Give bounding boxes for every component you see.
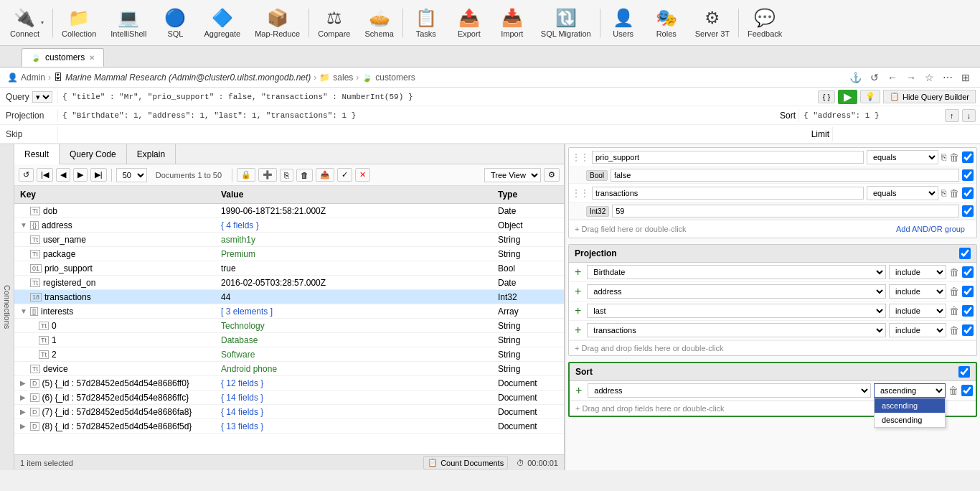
toolbar-tasks[interactable]: 📋 Tasks [405, 1, 448, 45]
qb-proj-check-birthdate[interactable] [962, 266, 974, 278]
next-page-btn[interactable]: ▶ [73, 168, 88, 182]
clear-btn[interactable]: ✕ [355, 168, 370, 182]
qb-proj-add-btn-4[interactable]: + [572, 324, 584, 337]
table-row[interactable]: 18 transactions 44 Int32 [14, 290, 564, 304]
qb-value-check-2[interactable] [962, 205, 974, 217]
breadcrumb-anchor-btn[interactable]: ⚓ [847, 70, 864, 85]
qb-proj-add-btn-3[interactable]: + [572, 304, 584, 317]
qb-proj-field-last[interactable]: last [587, 304, 886, 318]
qb-projection-check[interactable] [959, 248, 971, 259]
table-row[interactable]: ▶ D (8) {_id : 57d28452ed5d4d54e8686f5d}… [14, 419, 564, 434]
table-row[interactable]: Tt 1 Database String [14, 333, 564, 347]
qb-sort-check-address[interactable] [961, 385, 973, 396]
qb-proj-del-btn[interactable]: 🗑 [949, 266, 959, 278]
qb-proj-del-btn-4[interactable]: 🗑 [949, 324, 959, 336]
qb-field-input-transactions[interactable] [592, 187, 864, 200]
tab-close-button[interactable]: ✕ [89, 54, 95, 62]
table-row[interactable]: Tt 0 Technology String [14, 319, 564, 333]
hide-qb-button[interactable]: 📋 Hide Query Builder [883, 90, 976, 103]
query-hint-btn[interactable]: 💡 [860, 90, 880, 103]
last-page-btn[interactable]: ▶| [90, 168, 107, 182]
first-page-btn[interactable]: |◀ [37, 168, 53, 182]
qb-proj-del-btn-3[interactable]: 🗑 [949, 305, 959, 317]
view-settings-btn[interactable]: ⚙ [544, 168, 560, 182]
qb-proj-add-btn-2[interactable]: + [572, 285, 584, 298]
skip-input[interactable] [57, 127, 801, 141]
toolbar-aggregate[interactable]: 🔷 Aggregate [197, 1, 248, 45]
toolbar-roles[interactable]: 🎭 Roles [645, 1, 688, 45]
sort-option-descending[interactable]: descending [875, 413, 945, 427]
qb-sort-check[interactable] [958, 366, 970, 378]
breadcrumb-forward-btn[interactable]: → [903, 70, 919, 85]
query-input[interactable] [57, 90, 814, 103]
toolbar-sql-migration[interactable]: 🔃 SQL Migration [534, 1, 598, 45]
query-run-btn[interactable]: ▶ [838, 90, 857, 104]
qb-sort-add-btn[interactable]: + [573, 384, 585, 397]
table-row[interactable]: ▶ D (5) {_id : 57d28452ed5d4d54e8686ff0}… [14, 376, 564, 391]
breadcrumb-grid-btn[interactable]: ⊞ [958, 70, 973, 85]
qb-proj-check-address[interactable] [962, 286, 974, 297]
qb-proj-field-transactions[interactable]: transactions [587, 323, 886, 337]
toolbar-users[interactable]: 👤 Users [602, 1, 645, 45]
qb-include-select-last[interactable]: include exclude [889, 304, 946, 318]
qb-value-input-priosupport[interactable] [611, 169, 959, 182]
breadcrumb-refresh-btn[interactable]: ↺ [867, 70, 882, 85]
toolbar-connect[interactable]: 🔌 Connect ▾ [3, 1, 51, 45]
qb-delete-btn-2[interactable]: 🗑 [949, 187, 959, 199]
qb-enabled-check-2[interactable] [962, 187, 974, 199]
table-row[interactable]: Tt user_name asmith1y String [14, 233, 564, 247]
qb-op-select-transactions[interactable]: equals [867, 186, 938, 200]
qb-copy-btn-2[interactable]: ⎘ [941, 188, 946, 198]
qb-sort-del-btn[interactable]: 🗑 [948, 385, 958, 396]
qb-proj-del-btn-2[interactable]: 🗑 [949, 286, 959, 297]
table-row[interactable]: ▼ {} address { 4 fields } Object [14, 218, 564, 233]
toolbar-feedback[interactable]: 💬 Feedback [740, 1, 789, 45]
tab-result[interactable]: Result [14, 144, 60, 164]
qb-proj-check-last[interactable] [962, 305, 974, 317]
prev-page-btn[interactable]: ◀ [56, 168, 70, 182]
tab-query-code[interactable]: Query Code [60, 144, 127, 164]
breadcrumb-back-btn[interactable]: ← [885, 70, 900, 85]
qb-sort-field-address[interactable]: address [588, 383, 871, 398]
projection-input[interactable] [57, 109, 770, 122]
table-row[interactable]: Tt 2 Software String [14, 347, 564, 362]
count-docs-btn[interactable]: 📋 Count Documents [423, 456, 508, 469]
clone-doc-btn[interactable]: ⎘ [280, 169, 293, 182]
toolbar-collection[interactable]: 📁 Collection [55, 1, 103, 45]
qb-value-check[interactable] [962, 169, 974, 181]
sort-desc-btn[interactable]: ↓ [962, 109, 976, 122]
toolbar-sql[interactable]: 🔵 SQL [154, 1, 197, 45]
tab-customers[interactable]: 🍃 customers ✕ [22, 48, 104, 67]
add-doc-btn[interactable]: ➕ [258, 168, 277, 182]
toolbar-schema[interactable]: 🥧 Schema [357, 1, 400, 45]
qb-include-select-address[interactable]: include exclude [889, 284, 946, 299]
query-format-btn[interactable]: { } [818, 90, 835, 103]
qb-proj-field-birthdate[interactable]: Birthdate [587, 265, 886, 279]
sort-asc-btn[interactable]: ↑ [945, 109, 959, 122]
page-size-select[interactable]: 50 [116, 168, 147, 182]
toolbar-compare[interactable]: ⚖ Compare [311, 1, 357, 45]
limit-input[interactable] [832, 127, 976, 141]
breadcrumb-star-btn[interactable]: ☆ [922, 70, 937, 85]
qb-copy-btn[interactable]: ⎘ [941, 152, 946, 162]
qb-include-select-transactions[interactable]: include exclude [889, 323, 946, 337]
toolbar-import[interactable]: 📥 Import [491, 1, 534, 45]
sort-input[interactable] [798, 109, 942, 122]
qb-proj-field-address[interactable]: address [587, 284, 886, 299]
view-mode-select[interactable]: Tree View [484, 168, 541, 182]
table-row[interactable]: Tt device Android phone String [14, 362, 564, 376]
qb-field-input-priosupport[interactable] [592, 151, 864, 164]
toolbar-server3t[interactable]: ⚙ Server 3T [688, 1, 737, 45]
toolbar-map-reduce[interactable]: 📦 Map-Reduce [248, 1, 307, 45]
qb-proj-check-transactions[interactable] [962, 324, 974, 336]
qb-sort-order-select[interactable]: ascending descending [874, 383, 946, 398]
validate-btn[interactable]: ✓ [337, 168, 352, 182]
qb-delete-btn[interactable]: 🗑 [949, 151, 959, 163]
table-row[interactable]: Tt package Premium String [14, 247, 564, 261]
table-row[interactable]: Tt registered_on 2016-02-05T03:28:57.000… [14, 276, 564, 290]
tab-explain[interactable]: Explain [127, 144, 176, 164]
qb-include-select-birthdate[interactable]: include exclude [889, 265, 946, 279]
connections-panel[interactable]: Connections [0, 144, 14, 470]
table-row[interactable]: Tt dob 1990-06-18T21:58:21.000Z Date [14, 204, 564, 218]
qb-value-input-transactions[interactable] [612, 205, 959, 218]
